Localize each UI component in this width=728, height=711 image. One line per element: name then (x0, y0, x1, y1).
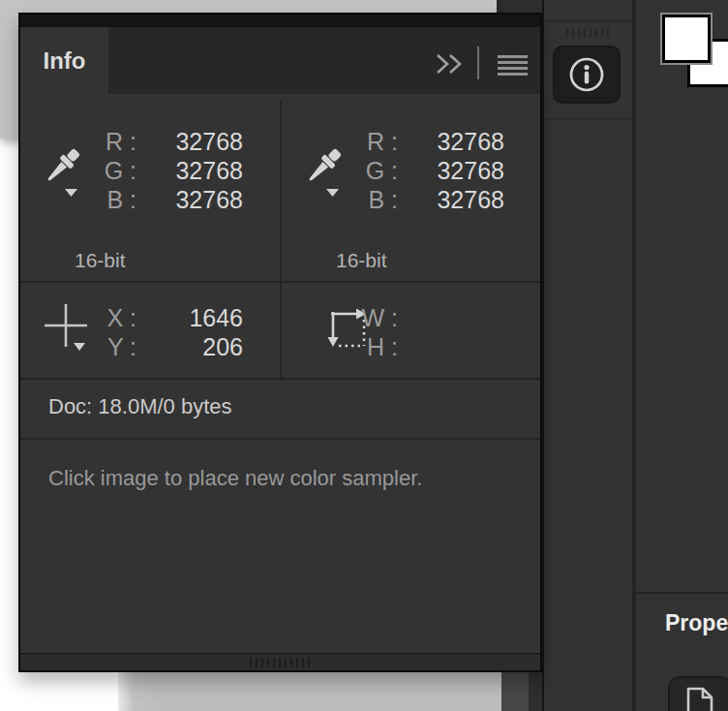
column-divider (280, 100, 282, 281)
readout-value: 206 (136, 333, 243, 361)
panel-top-edge[interactable] (20, 15, 540, 27)
dock-grip[interactable] (566, 28, 609, 38)
section-divider (20, 378, 540, 380)
properties-document-button[interactable] (668, 676, 728, 711)
foreground-color-swatch[interactable] (662, 15, 711, 63)
properties-panel-divider (636, 592, 728, 594)
panel-tab-bar: Info (20, 27, 540, 94)
readout-row: B : 32768 (344, 185, 504, 214)
collapse-to-icons-icon[interactable] (435, 52, 464, 76)
readout-label: B : (344, 186, 398, 214)
panel-dock (542, 0, 634, 711)
readout-row: Y : 206 (82, 332, 243, 361)
readout-value: 32768 (398, 128, 504, 156)
hint-text: Click image to place new color sampler. (48, 464, 422, 493)
panel-shadow-strip (501, 672, 529, 711)
readout-value: 32768 (398, 157, 504, 185)
readout-label: B : (82, 186, 136, 214)
readout-label: G : (82, 157, 136, 185)
properties-panel-title: Properties (665, 610, 728, 636)
document-icon (683, 686, 716, 711)
readout-row: G : 32768 (344, 156, 504, 185)
panel-bottom-bar (20, 653, 540, 670)
readout-value: 32768 (136, 186, 243, 214)
bit-depth-label-left: 16-bit (75, 249, 126, 272)
position-readout: X : 1646 Y : 206 (82, 303, 243, 361)
readout-row: H : (344, 332, 504, 361)
color-readout-left: R : 32768 G : 32768 B : 32768 (82, 127, 243, 214)
tab-info-label: Info (44, 47, 86, 75)
readout-row: W : (344, 303, 504, 332)
info-panel-dock-button[interactable] (553, 46, 621, 104)
readout-row: X : 1646 (82, 303, 243, 332)
tab-bar-divider (477, 46, 479, 79)
eyedropper-icon[interactable] (299, 148, 344, 201)
eyedropper-icon[interactable] (38, 148, 82, 201)
bit-depth-label-right: 16-bit (336, 249, 387, 272)
readout-label: R : (82, 128, 136, 156)
info-panel: Info R : 32768 G (18, 13, 542, 672)
readout-row: B : 32768 (82, 185, 243, 214)
desktop-background-bottom (118, 672, 501, 711)
readout-label: H : (344, 333, 398, 361)
readout-row: R : 32768 (344, 127, 504, 156)
readout-label: Y : (82, 333, 136, 361)
readout-row: R : 32768 (82, 127, 243, 156)
right-dock (634, 0, 728, 711)
readout-value: 1646 (136, 304, 243, 332)
section-divider (20, 438, 540, 440)
info-circle-icon (564, 52, 609, 97)
readout-value: 32768 (136, 128, 243, 156)
size-readout: W : H : (344, 303, 504, 361)
dock-divider (544, 20, 632, 22)
doc-size-text: Doc: 18.0M/0 bytes (48, 392, 232, 421)
readout-value: 32768 (136, 157, 243, 185)
resize-grip[interactable] (250, 658, 310, 667)
readout-row: G : 32768 (82, 156, 243, 185)
readout-label: G : (344, 157, 398, 185)
readout-label: X : (82, 304, 136, 332)
color-readout-right: R : 32768 G : 32768 B : 32768 (344, 127, 504, 214)
readout-value: 32768 (398, 186, 504, 214)
readout-label: W : (344, 304, 398, 332)
dock-divider (544, 118, 632, 120)
tab-info[interactable]: Info (20, 27, 108, 94)
column-divider (280, 283, 282, 378)
readout-label: R : (344, 128, 398, 156)
panel-menu-icon[interactable] (498, 55, 528, 76)
